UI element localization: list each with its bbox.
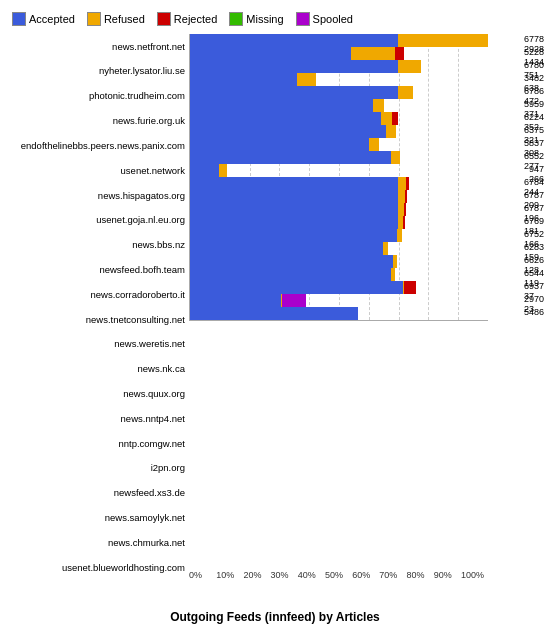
y-label: photonic.trudheim.com (4, 91, 185, 101)
x-tick: 50% (325, 570, 352, 580)
bar-row: 6780 751 (190, 60, 488, 73)
y-label: nyheter.lysator.liu.se (4, 66, 185, 76)
bar-segment-refused (391, 268, 395, 281)
bars-area: 6778 29285228 14346780 7513482 6386786 4… (189, 34, 488, 321)
y-label: news.netfront.net (4, 42, 185, 52)
x-tick: 10% (216, 570, 243, 580)
bar-segment-rejected (405, 190, 407, 203)
bar-segment-rejected (404, 203, 406, 216)
bar-segment-refused (383, 242, 388, 255)
legend-label-spooled: Spooled (313, 13, 353, 25)
bar-row: 5228 1434 (190, 47, 488, 60)
bar-segment-refused (398, 177, 405, 190)
bar-segment-accepted (190, 190, 398, 203)
bar-row: 5959 371 (190, 99, 488, 112)
bar-segment-accepted (190, 138, 369, 151)
bar-row: 6786 472 (190, 86, 488, 99)
y-label: nntp.comgw.net (4, 439, 185, 449)
y-label: news.weretis.net (4, 339, 185, 349)
bar-segment-accepted (190, 34, 398, 47)
bar-segment-refused (398, 34, 488, 47)
legend-item-rejected: Rejected (157, 12, 217, 26)
y-label: usenet.blueworldhosting.com (4, 563, 185, 573)
bar-segment-refused (369, 138, 378, 151)
bar-segment-accepted (190, 73, 297, 86)
legend-label-accepted: Accepted (29, 13, 75, 25)
bar-segment-refused (219, 164, 227, 177)
bar-row: 5837 308 (190, 138, 488, 151)
y-label: newsfeed.bofh.team (4, 265, 185, 275)
x-tick: 30% (271, 570, 298, 580)
legend-color-spooled (296, 12, 310, 26)
bar-segment-accepted (190, 242, 383, 255)
bar-segment-accepted (190, 294, 281, 307)
bar-segment-refused (373, 99, 384, 112)
legend-color-rejected (157, 12, 171, 26)
bar-segment-accepted (190, 229, 397, 242)
bar-segment-rejected (392, 112, 398, 125)
bar-row: 6937 37 (190, 281, 488, 294)
bar-row: 6375 321 (190, 125, 488, 138)
legend-label-rejected: Rejected (174, 13, 217, 25)
y-label: news.nntp4.net (4, 414, 185, 424)
legend: AcceptedRefusedRejectedMissingSpooled (4, 8, 546, 32)
y-label: news.chmurka.net (4, 538, 185, 548)
legend-color-accepted (12, 12, 26, 26)
legend-color-refused (87, 12, 101, 26)
bar-segment-accepted (190, 255, 393, 268)
bar-row: 5486 (190, 307, 488, 320)
y-label: usenet.network (4, 166, 185, 176)
bar-segment-refused (391, 151, 400, 164)
bar-segment-rejected (404, 281, 416, 294)
bar-row: 6283 159 (190, 242, 488, 255)
y-label: usenet.goja.nl.eu.org (4, 215, 185, 225)
legend-color-missing (229, 12, 243, 26)
bar-segment-rejected (395, 47, 404, 60)
y-label: news.furie.org.uk (4, 116, 185, 126)
bar-row: 6752 166 (190, 229, 488, 242)
bar-segment-refused (351, 47, 395, 60)
bar-segment-accepted (190, 216, 398, 229)
legend-item-refused: Refused (87, 12, 145, 26)
legend-label-refused: Refused (104, 13, 145, 25)
bar-segment-accepted (190, 99, 373, 112)
bar-row: 6778 2928 (190, 34, 488, 47)
bar-segment-accepted (190, 47, 351, 60)
y-label: endofthelinebbs.peers.news.panix.com (4, 141, 185, 151)
bar-row: 2970 23 (190, 294, 488, 307)
bar-segment-refused (398, 60, 421, 73)
bar-row: 6224 352 (190, 112, 488, 125)
bar-segment-accepted (190, 307, 358, 320)
x-tick: 0% (189, 570, 216, 580)
y-label: news.quux.org (4, 389, 185, 399)
x-tick: 100% (461, 570, 488, 580)
bar-segment-accepted (190, 86, 398, 99)
bar-label: 5486 (524, 307, 544, 317)
bar-segment-refused (397, 229, 402, 242)
y-label: news.nk.ca (4, 364, 185, 374)
chart-title: Outgoing Feeds (innfeed) by Articles (4, 610, 546, 626)
legend-label-missing: Missing (246, 13, 283, 25)
bar-segment-rejected (403, 216, 405, 229)
bar-segment-accepted (190, 177, 398, 190)
bar-row: 6787 209 (190, 190, 488, 203)
x-tick: 80% (407, 570, 434, 580)
legend-item-accepted: Accepted (12, 12, 75, 26)
bar-segment-refused (398, 86, 412, 99)
bar-segment-spooled (282, 294, 307, 307)
y-label: news.samoylyk.net (4, 513, 185, 523)
bar-row: 6626 128 (190, 255, 488, 268)
bar-row: 6769 181 (190, 216, 488, 229)
chart-container: AcceptedRefusedRejectedMissingSpooled ne… (0, 0, 550, 630)
bar-row: 6787 196 (190, 203, 488, 216)
x-tick: 60% (352, 570, 379, 580)
x-tick: 40% (298, 570, 325, 580)
y-label: news.hispagatos.org (4, 191, 185, 201)
bar-segment-refused (381, 112, 392, 125)
x-tick: 70% (379, 570, 406, 580)
bar-segment-refused (393, 255, 397, 268)
bar-segment-rejected (406, 177, 409, 190)
bar-row: 947 266 (190, 164, 488, 177)
bar-row: 6544 119 (190, 268, 488, 281)
bar-segment-accepted (190, 112, 381, 125)
